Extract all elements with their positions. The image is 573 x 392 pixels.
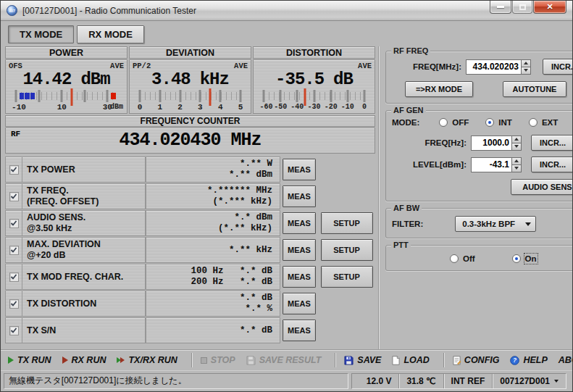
radio-selected-icon xyxy=(485,118,494,127)
help-button[interactable]: ?HELP xyxy=(510,355,547,365)
tx-power-checkbox[interactable] xyxy=(9,165,19,175)
af-bw-group: AF BW FILTER: 0.3-3kHz BPF xyxy=(385,208,573,238)
tx-power-meas-button[interactable]: MEAS xyxy=(283,159,316,180)
scale-tick xyxy=(38,90,40,102)
power-value: 14.42dBm xyxy=(9,70,124,88)
af-mode-off-option[interactable]: OFF xyxy=(439,118,469,127)
max-deviation-setup-button[interactable]: SETUP xyxy=(321,239,373,261)
af-level-incr-button[interactable]: INCR... xyxy=(531,157,573,172)
rf-incr-button[interactable]: INCR... xyxy=(543,59,573,75)
tx-freq-meas-button[interactable]: MEAS xyxy=(283,185,316,207)
stop-button[interactable]: STOP xyxy=(201,355,235,365)
tick-label: 5 xyxy=(238,103,243,112)
minimize-button[interactable] xyxy=(490,1,511,14)
tab-rx-mode[interactable]: RX MODE xyxy=(77,25,144,43)
toolbar-separator xyxy=(191,353,192,367)
chevron-down-icon xyxy=(554,380,559,383)
distortion-meter-body: AVE -35.5dB xyxy=(253,59,375,114)
power-scale xyxy=(16,90,117,102)
toolbar-separator xyxy=(335,353,335,367)
audio-sens-setup-button[interactable]: SETUP xyxy=(321,212,373,234)
config-button[interactable]: CONFIG xyxy=(453,355,500,365)
tx-freq-checkbox[interactable] xyxy=(9,192,19,201)
max-deviation-meas-button[interactable]: MEAS xyxy=(283,239,316,261)
to-rx-mode-button[interactable]: =>RX MODE xyxy=(405,81,473,97)
window-controls: ✕ xyxy=(489,1,566,14)
row-value: 200 Hz *.* dB xyxy=(191,277,272,288)
frequency-counter-value: 434.020430 MHz xyxy=(6,128,375,153)
tab-tx-mode[interactable]: TX MODE xyxy=(8,25,74,43)
maximize-button[interactable] xyxy=(512,1,532,14)
audio-sens-checkbox[interactable] xyxy=(9,219,19,228)
af-mode-int-option[interactable]: INT xyxy=(485,118,512,127)
arrow-down-icon xyxy=(514,145,519,148)
freq-mhz-input[interactable] xyxy=(466,59,521,75)
scale-tick xyxy=(199,90,201,102)
spin-down-button[interactable] xyxy=(521,67,531,75)
arrow-up-icon xyxy=(514,159,519,162)
af-gen-group-label: AF GEN xyxy=(391,106,426,114)
stop-icon xyxy=(201,357,207,364)
tx-mod-freq-char-setup-button[interactable]: SETUP xyxy=(321,266,373,288)
tx-mod-freq-char-checkbox[interactable] xyxy=(9,272,19,282)
spin-down-button[interactable] xyxy=(511,143,522,151)
spin-up-button[interactable] xyxy=(521,59,531,67)
autotune-button[interactable]: AUTOTUNE xyxy=(503,81,566,97)
tick-label: -60 xyxy=(260,103,273,111)
spin-up-button[interactable] xyxy=(511,157,522,165)
tx-distortion-meas-button[interactable]: MEAS xyxy=(283,293,316,314)
save-button[interactable]: SAVE xyxy=(344,355,381,365)
tx-run-button[interactable]: TX RUN xyxy=(8,355,51,365)
tx-sn-checkbox[interactable] xyxy=(9,326,19,335)
max-deviation-checkbox[interactable] xyxy=(9,246,19,255)
ptt-on-option[interactable]: On xyxy=(512,254,537,263)
minimize-icon xyxy=(497,6,504,8)
af-freq-label: FREQ[Hz]: xyxy=(392,138,467,147)
check-icon xyxy=(10,300,17,307)
af-level-input[interactable] xyxy=(471,157,511,172)
about-button[interactable]: ABOUT xyxy=(559,355,573,365)
save-result-button[interactable]: SAVE RESULT xyxy=(246,355,322,365)
af-mode-ext-option[interactable]: EXT xyxy=(529,118,558,127)
deviation-meter: DEVIATION PP/2 AVE 3.48kHz xyxy=(129,46,251,114)
row-value: 100 Hz *.* dB xyxy=(191,266,272,277)
deviation-mode-label: PP/2 xyxy=(133,62,151,70)
deviation-minor-ticks xyxy=(140,92,241,100)
ptt-group: PTT Off On xyxy=(385,245,573,271)
deviation-meter-title: DEVIATION xyxy=(129,46,251,59)
audio-sens-button[interactable]: AUDIO SENS. xyxy=(511,179,573,195)
ptt-off-option[interactable]: Off xyxy=(450,254,475,263)
filter-label: FILTER: xyxy=(392,220,423,228)
txrx-run-button[interactable]: TX/RX RUN xyxy=(117,355,177,365)
audio-sens-meas-button[interactable]: MEAS xyxy=(283,212,316,234)
frequency-source-label: RF xyxy=(11,130,20,138)
table-row-tx-power: TX POWER *.** W*.** dBm MEAS xyxy=(5,157,375,183)
tx-sn-meas-button[interactable]: MEAS xyxy=(283,320,316,341)
row-label: TX POWER xyxy=(27,164,145,175)
load-button[interactable]: LOAD xyxy=(392,355,429,365)
tx-distortion-checkbox[interactable] xyxy=(9,299,19,309)
distortion-scale-labels: -60 -50 -40 -30 -20 -10 0 xyxy=(264,103,364,112)
table-row-tx-distortion: TX DISTORTION *.* dB*.* % MEAS xyxy=(5,291,375,317)
spin-up-button[interactable] xyxy=(511,135,522,143)
af-freq-incr-button[interactable]: INCR... xyxy=(531,135,573,151)
scale-tick xyxy=(330,90,332,102)
table-row-audio-sens: AUDIO SENS.@3.50 kHz *.* dBm(*.** kHz) M… xyxy=(5,210,375,236)
tx-mod-freq-char-meas-button[interactable]: MEAS xyxy=(283,266,316,288)
radio-label: Off xyxy=(463,254,475,263)
device-selector[interactable]: 007127D001 xyxy=(493,374,566,388)
arrow-down-icon xyxy=(524,69,528,72)
distortion-meter: DISTORTION AVE -35.5dB xyxy=(253,46,375,114)
close-button[interactable]: ✕ xyxy=(533,1,566,14)
distortion-value: -35.5dB xyxy=(256,70,372,88)
row-value: (*.** kHz) xyxy=(218,223,272,234)
filter-dropdown[interactable]: 0.3-3kHz BPF xyxy=(455,216,536,232)
row-value: *.* dB xyxy=(240,325,272,336)
spin-down-button[interactable] xyxy=(511,165,522,172)
status-indicators: 12.0 V 31.8 ℃ INT REF 007127D001 xyxy=(351,373,566,389)
rx-run-button[interactable]: RX RUN xyxy=(62,355,106,365)
power-low-segment xyxy=(30,93,35,99)
config-icon xyxy=(453,356,461,365)
scale-tick xyxy=(159,90,161,102)
af-freq-input[interactable] xyxy=(471,135,511,151)
